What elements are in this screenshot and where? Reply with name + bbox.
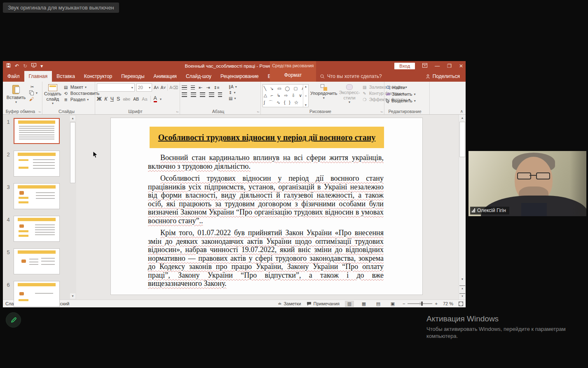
zoom-slider[interactable]: − + [403,301,438,306]
thumbnail-slide-1[interactable]: 1 [3,118,69,144]
cut-button[interactable]: ✂ [29,85,37,89]
tab-home[interactable]: Главная [24,71,52,82]
copy-button[interactable]: ▾ [29,90,37,95]
tab-format[interactable]: Формат [270,72,316,78]
tab-animations[interactable]: Анимация [149,71,181,82]
bold-button[interactable]: Ж [97,96,101,102]
fit-to-window-button[interactable] [459,302,463,306]
comments-button[interactable]: Примечания [307,301,340,306]
clipboard-dialog-launcher[interactable]: ⌙ [38,110,41,113]
shrink-font-button[interactable]: A˅ [161,85,166,90]
shapes-gallery-scrollbar[interactable]: ▲ ≡ ▼ [303,85,308,107]
italic-button[interactable]: К [104,96,107,102]
select-button[interactable]: Выделить ▾ [386,98,416,103]
align-left-button[interactable] [182,92,187,97]
save-icon[interactable] [6,63,11,69]
layout-button[interactable]: ▤Макет▾ [63,85,99,90]
previous-slide-button[interactable]: ▴ [459,285,465,290]
tab-design[interactable]: Конструктор [80,71,117,82]
tab-file[interactable]: Файл [3,71,24,82]
notes-button[interactable]: ≐ Заметки [278,301,301,307]
bullets-button[interactable] [182,85,187,90]
reset-button[interactable]: ⟲Восстановить [63,91,99,96]
ribbon-display-options-icon[interactable] [422,63,427,69]
align-right-button[interactable] [200,92,205,97]
clear-formatting-button[interactable]: A⌫ [169,85,178,90]
arrange-button[interactable]: Упорядочить ▾ [310,83,337,108]
strikethrough-button[interactable]: abc [123,97,130,101]
thumbnail-scroll-thumb[interactable] [70,122,75,183]
scroll-up-icon[interactable]: ▲ [459,115,465,121]
collapse-ribbon-icon[interactable]: ∧ [460,109,463,113]
thumbnail-scroll-up-icon[interactable]: ▲ [70,116,75,121]
normal-view-button[interactable]: ▥ [345,301,354,307]
quick-styles-button[interactable]: Экспресс-стили ▾ [339,83,360,108]
replace-button[interactable]: ab Заменить ▾ [386,92,416,97]
sign-in-button[interactable]: Вход [394,63,415,69]
tab-slideshow[interactable]: Слайд-шоу [181,71,216,82]
thumbnail-slide-5[interactable]: 5 [3,248,69,274]
thumbnail-scroll-down-icon[interactable]: ▼ [70,293,75,299]
underline-button[interactable]: Ч [110,96,114,102]
annotate-button[interactable] [6,312,21,328]
font-color-button[interactable]: А [154,96,157,102]
increase-indent-button[interactable]: ⇥ [206,85,210,90]
text-direction-button[interactable]: ∥A▾ [229,85,237,89]
new-slide-button[interactable]: Создать слайд ▾ [44,83,61,108]
paragraph-dialog-launcher[interactable]: ⌙ [257,110,260,113]
thumbnail-slide-6[interactable]: 6 [3,281,69,307]
slide-area-scrollbar[interactable]: ▲ ▼ ▴ ▾ [459,115,466,300]
zoom-in-button[interactable]: + [435,301,437,306]
tab-transitions[interactable]: Переходы [117,71,149,82]
scroll-thumb[interactable] [459,122,465,157]
slide-sorter-view-button[interactable]: ▦ [359,301,368,307]
next-slide-button[interactable]: ▾ [459,293,465,298]
slide-edit-area[interactable]: Особливості трудових відносин у період д… [76,115,459,300]
slideshow-view-button[interactable]: ▣ [388,301,397,307]
tab-insert[interactable]: Вставка [52,71,80,82]
thumbnail-scrollbar[interactable]: ▲ ▼ [70,116,75,299]
paste-button[interactable]: Вставить ▾ [5,83,28,108]
font-size-combo[interactable]: 20▾ [136,83,152,92]
minimize-button[interactable]: — [435,63,440,69]
line-spacing-button[interactable]: ⇕≡ [213,85,219,90]
tab-review[interactable]: Рецензирование [216,71,263,82]
share-button[interactable]: Поделиться [426,71,460,82]
restore-button[interactable]: ❐ [447,63,452,69]
columns-button[interactable] [218,92,222,97]
align-text-button[interactable]: ⇕▾ [229,90,237,95]
decrease-indent-button[interactable]: ⇤ [199,85,202,90]
start-slideshow-icon[interactable] [31,63,36,69]
justify-button[interactable] [209,92,214,97]
drawing-dialog-launcher[interactable]: ⌙ [380,110,383,113]
thumbnail-slide-3[interactable]: 3 [3,183,69,209]
format-painter-button[interactable]: 🖌 [29,97,37,101]
zoom-slider-thumb[interactable] [421,302,423,306]
numbering-button[interactable] [191,85,195,90]
undo-button[interactable]: ↶ [15,63,19,69]
close-button[interactable]: ✕ [459,63,463,69]
scroll-down-icon[interactable]: ▼ [459,276,465,282]
customize-qat-dropdown[interactable]: ▾ [40,63,43,69]
thumbnail-slide-4[interactable]: 4 [3,216,69,242]
font-name-combo[interactable]: ▾ [97,83,135,92]
font-dialog-launcher[interactable]: ⌙ [176,110,179,113]
redo-button[interactable]: ↻ [23,63,27,69]
tell-me-search[interactable]: Что вы хотите сделать? [320,71,382,82]
find-button[interactable]: Найти [386,85,416,90]
change-case-button[interactable]: Aa [142,97,147,101]
zoom-level[interactable]: 72 % [443,301,453,306]
character-spacing-button[interactable]: АВ [133,97,139,101]
text-shadow-button[interactable]: S [117,96,120,102]
reading-view-button[interactable]: ▤ [374,301,383,307]
thumbnail-slide-2[interactable]: 2 [3,151,69,177]
slide-canvas[interactable]: Особливості трудових відносин у період д… [110,118,423,295]
slide-body-textbox[interactable]: Воєнний стан кардинально вплинув на всі … [148,153,384,288]
convert-smartart-button[interactable]: ▤▾ [229,96,237,101]
zoom-out-button[interactable]: − [403,301,405,306]
align-center-button[interactable] [191,92,196,97]
section-button[interactable]: ≣Раздел▾ [63,97,99,102]
shapes-gallery[interactable]: ╲ ↘ ▭ ◯ ▢ ∧ △ ⌐ ↳ ⇨ ⇩ ∨ ∫ ⌒ ∿ { } ☆ ▲ ≡ … [262,84,309,107]
grow-font-button[interactable]: A˄ [154,85,159,90]
slide-title-box[interactable]: Особливості трудових відносин у період д… [150,127,384,148]
